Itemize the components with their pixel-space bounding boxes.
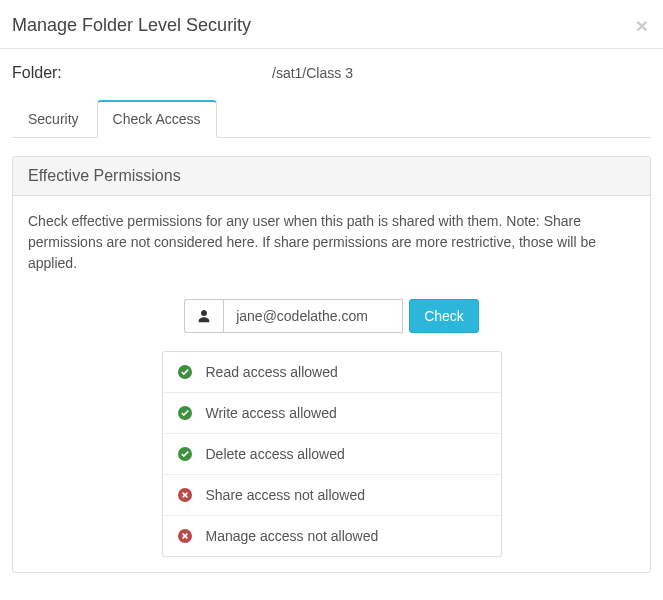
result-read: Read access allowed — [163, 352, 501, 393]
result-share: Share access not allowed — [163, 475, 501, 516]
panel-heading: Effective Permissions — [13, 157, 650, 196]
panel-description: Check effective permissions for any user… — [28, 211, 635, 274]
check-form-row: Check — [28, 299, 635, 333]
tab-check-access-label[interactable]: Check Access — [97, 100, 217, 138]
folder-row: Folder: /sat1/Class 3 — [12, 64, 651, 82]
check-circle-icon — [178, 447, 192, 461]
tab-bar: Security Check Access — [12, 100, 651, 138]
x-circle-icon — [178, 529, 192, 543]
user-input[interactable] — [223, 299, 403, 333]
folder-label: Folder: — [12, 64, 272, 82]
folder-path: /sat1/Class 3 — [272, 65, 353, 81]
result-delete: Delete access allowed — [163, 434, 501, 475]
result-manage: Manage access not allowed — [163, 516, 501, 556]
permissions-panel: Effective Permissions Check effective pe… — [12, 156, 651, 573]
check-circle-icon — [178, 365, 192, 379]
result-text: Manage access not allowed — [206, 528, 379, 544]
tab-security[interactable]: Security — [12, 100, 95, 138]
result-write: Write access allowed — [163, 393, 501, 434]
x-circle-icon — [178, 488, 192, 502]
check-button[interactable]: Check — [409, 299, 479, 333]
modal-header: Manage Folder Level Security × — [0, 0, 663, 49]
result-text: Write access allowed — [206, 405, 337, 421]
check-circle-icon — [178, 406, 192, 420]
result-text: Share access not allowed — [206, 487, 366, 503]
result-text: Delete access allowed — [206, 446, 345, 462]
result-text: Read access allowed — [206, 364, 338, 380]
user-icon — [184, 299, 223, 333]
panel-body: Check effective permissions for any user… — [13, 196, 650, 572]
modal-title: Manage Folder Level Security — [12, 15, 251, 36]
tab-security-label[interactable]: Security — [12, 100, 95, 138]
user-input-group — [184, 299, 403, 333]
tab-check-access[interactable]: Check Access — [97, 100, 217, 138]
modal-body: Folder: /sat1/Class 3 Security Check Acc… — [0, 49, 663, 588]
results-list: Read access allowed Write access allowed… — [162, 351, 502, 557]
close-icon[interactable]: × — [636, 15, 648, 36]
